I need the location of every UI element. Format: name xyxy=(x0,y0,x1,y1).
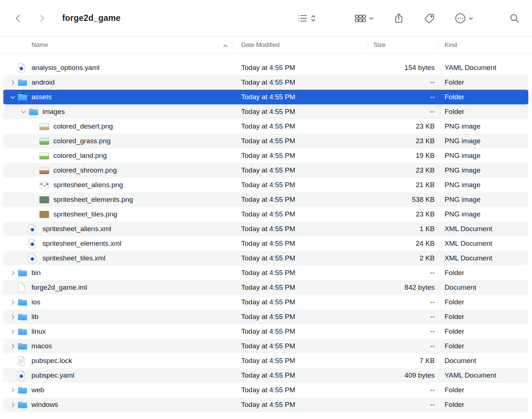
date-modified: Today at 4:55 PM xyxy=(233,236,367,251)
file-row[interactable]: spritesheet_elements.png Today at 4:55 P… xyxy=(3,192,528,207)
folder-icon xyxy=(18,313,27,321)
file-row[interactable]: spritesheet_tiles.xml Today at 4:55 PM 2… xyxy=(3,251,528,266)
forward-button[interactable] xyxy=(38,14,46,23)
file-row[interactable]: pubspec.yaml Today at 4:55 PM 409 bytes … xyxy=(3,368,528,383)
column-label-name: Name xyxy=(31,41,48,49)
file-kind: Folder xyxy=(439,309,528,324)
name-cell: colored_shroom.png xyxy=(3,163,233,178)
folder-icon xyxy=(18,328,27,335)
file-name: spritesheet_aliens.png xyxy=(53,181,123,189)
column-header-date-modified[interactable]: Date Modified xyxy=(233,37,367,53)
file-size: 21 KB xyxy=(367,178,439,192)
disclosure-chevron[interactable] xyxy=(18,104,29,119)
file-icon-box xyxy=(40,182,53,189)
doc-badge-icon xyxy=(29,239,36,248)
date-modified: Today at 4:55 PM xyxy=(233,60,367,75)
share-button[interactable] xyxy=(394,13,404,24)
file-icon-box xyxy=(29,224,42,234)
date-modified: Today at 4:55 PM xyxy=(233,207,367,222)
disclosure-chevron[interactable] xyxy=(7,75,18,90)
file-kind: Folder xyxy=(439,339,528,353)
file-row[interactable]: spritesheet_aliens.png Today at 4:55 PM … xyxy=(3,178,528,192)
aliens-thumbnail-icon xyxy=(40,182,49,189)
name-cell: bin xyxy=(3,266,233,280)
tag-button[interactable] xyxy=(424,13,435,24)
name-cell: forge2d_game.iml xyxy=(3,280,233,295)
file-row[interactable]: pubspec.lock Today at 4:55 PM 7 KB Docum… xyxy=(3,353,528,368)
file-row[interactable]: colored_land.png Today at 4:55 PM 19 KB … xyxy=(3,148,528,163)
file-icon-box xyxy=(40,167,53,174)
name-cell: colored_land.png xyxy=(3,148,233,163)
name-cell: spritesheet_elements.xml xyxy=(3,236,233,251)
name-cell: windows xyxy=(3,397,233,412)
column-label-date: Date Modified xyxy=(241,41,280,49)
column-header-kind[interactable]: Kind xyxy=(439,37,532,53)
ellipsis-circle-icon xyxy=(454,12,466,24)
date-modified: Today at 4:55 PM xyxy=(233,397,367,412)
file-row[interactable]: colored_grass.png Today at 4:55 PM 23 KB… xyxy=(3,134,528,148)
disclosure-chevron[interactable] xyxy=(7,397,18,412)
disclosure-chevron[interactable] xyxy=(7,295,18,309)
file-icon-box xyxy=(18,283,31,292)
name-cell: spritesheet_tiles.png xyxy=(3,207,233,222)
file-row[interactable]: forge2d_game.iml Today at 4:55 PM 842 by… xyxy=(3,280,528,295)
toolbar: forge2d_game xyxy=(0,0,532,37)
file-row[interactable]: assets Today at 4:55 PM -- Folder xyxy=(3,90,528,104)
file-row[interactable]: images Today at 4:55 PM -- Folder xyxy=(3,104,528,119)
file-size: 842 bytes xyxy=(367,280,439,295)
file-kind: PNG image xyxy=(439,148,528,163)
file-row[interactable]: colored_desert.png Today at 4:55 PM 23 K… xyxy=(3,119,528,134)
disclosure-chevron[interactable] xyxy=(7,309,18,324)
file-row[interactable]: spritesheet_tiles.png Today at 4:55 PM 2… xyxy=(3,207,528,222)
date-modified: Today at 4:55 PM xyxy=(233,339,367,353)
file-size: 23 KB xyxy=(367,134,439,148)
file-icon-box xyxy=(18,356,31,366)
file-row[interactable]: spritesheet_elements.xml Today at 4:55 P… xyxy=(3,236,528,251)
column-header-name[interactable]: Name xyxy=(0,37,233,53)
file-name: forge2d_game.iml xyxy=(31,283,87,292)
folder-icon xyxy=(18,401,27,409)
disclosure-chevron xyxy=(29,163,40,178)
disclosure-chevron[interactable] xyxy=(7,324,18,339)
date-modified: Today at 4:55 PM xyxy=(233,309,367,324)
folder-icon xyxy=(18,342,27,350)
file-row[interactable]: ios Today at 4:55 PM -- Folder xyxy=(3,295,528,309)
disclosure-chevron[interactable] xyxy=(7,90,18,104)
file-icon-box xyxy=(18,299,31,306)
file-row[interactable]: macos Today at 4:55 PM -- Folder xyxy=(3,339,528,353)
shroom-thumbnail-icon xyxy=(40,167,49,174)
file-row[interactable]: bin Today at 4:55 PM -- Folder xyxy=(3,266,528,280)
search-button[interactable] xyxy=(509,13,520,23)
disclosure-chevron xyxy=(29,207,40,222)
name-cell: ios xyxy=(3,295,233,309)
group-button[interactable] xyxy=(354,14,374,23)
file-row[interactable]: colored_shroom.png Today at 4:55 PM 23 K… xyxy=(3,163,528,178)
name-cell: spritesheet_aliens.xml xyxy=(3,222,233,236)
file-row[interactable]: web Today at 4:55 PM -- Folder xyxy=(3,383,528,397)
file-name: spritesheet_tiles.xml xyxy=(42,254,105,262)
disclosure-chevron[interactable] xyxy=(7,339,18,353)
file-row[interactable]: analysis_options.yaml Today at 4:55 PM 1… xyxy=(3,60,528,75)
file-size: -- xyxy=(367,324,439,339)
file-name: spritesheet_tiles.png xyxy=(53,210,117,218)
file-row[interactable]: linux Today at 4:55 PM -- Folder xyxy=(3,324,528,339)
more-actions-button[interactable] xyxy=(454,12,473,24)
file-name: colored_land.png xyxy=(53,152,107,160)
file-row[interactable]: windows Today at 4:55 PM -- Folder xyxy=(3,397,528,412)
file-kind: Folder xyxy=(439,90,528,104)
file-size: 2 KB xyxy=(367,251,439,266)
disclosure-chevron[interactable] xyxy=(7,266,18,280)
back-button[interactable] xyxy=(14,14,22,23)
column-header-size[interactable]: Size xyxy=(367,37,439,53)
file-size: 1 KB xyxy=(367,222,439,236)
file-icon-box xyxy=(40,138,53,145)
view-mode-button[interactable] xyxy=(297,14,316,23)
file-size: 154 bytes xyxy=(367,60,439,75)
file-row[interactable]: lib Today at 4:55 PM -- Folder xyxy=(3,309,528,324)
name-cell: analysis_options.yaml xyxy=(3,60,233,75)
sort-ascending-icon xyxy=(223,44,228,48)
file-name: colored_grass.png xyxy=(53,137,110,145)
disclosure-chevron[interactable] xyxy=(7,383,18,397)
file-row[interactable]: spritesheet_aliens.xml Today at 4:55 PM … xyxy=(3,222,528,236)
file-row[interactable]: android Today at 4:55 PM -- Folder xyxy=(3,75,528,90)
